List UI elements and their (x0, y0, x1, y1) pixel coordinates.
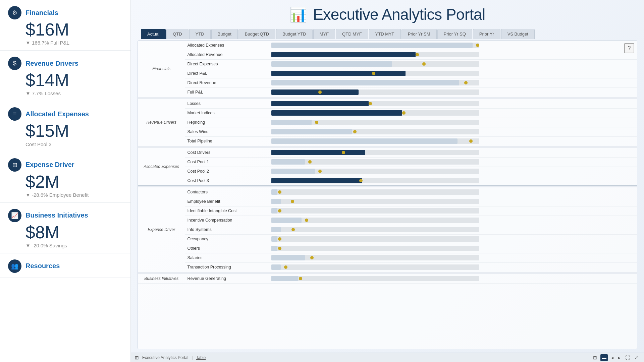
bottom-bar: ⊞ Executive Analytics Portal | Table ⊞ ▬… (131, 353, 644, 362)
bar-cell (269, 216, 637, 225)
row-label: Occupancy (185, 234, 269, 244)
bar-cell (269, 262, 637, 272)
bar-cell (269, 187, 637, 197)
financials-title: Financials (25, 9, 58, 17)
tab-prior-yr-sm[interactable]: Prior Yr SM (401, 29, 437, 39)
view-icon-1[interactable]: ⊞ (592, 354, 598, 361)
expense-driver-sub: ▼ -28.6% Employee Benefit (25, 192, 122, 198)
chart-table: FinancialsAllocated Expenses Allocated R… (138, 41, 637, 284)
table-row: Revenue DriversLosses (138, 99, 637, 108)
financials-value: $16M (25, 20, 122, 39)
sidebar-card-business-initiatives[interactable]: 📈 Business Initiatives $8M ▼ -20.0% Savi… (0, 203, 130, 253)
business-initiatives-value: $8M (25, 223, 122, 242)
tab-ytd[interactable]: YTD (189, 29, 211, 39)
view-icon-3[interactable]: ◂ (610, 354, 615, 361)
bottom-table-label[interactable]: Table (196, 355, 206, 360)
row-label: Direct P&L (185, 69, 269, 78)
sidebar: ⚙ Financials $16M ▼ 166.7% Full P&L $ Re… (0, 0, 131, 362)
table-row: Cost Pool 1 (138, 157, 637, 167)
bar-cell (269, 253, 637, 262)
bar-cell (269, 136, 637, 146)
table-row: Identifiable Intangible Cost (138, 206, 637, 216)
row-label: Incentive Compensation (185, 216, 269, 225)
allocated-expenses-title: Allocated Expenses (25, 110, 89, 118)
row-label: Transaction Processing (185, 262, 269, 272)
allocated-expenses-sub: Cost Pool 3 (25, 141, 122, 147)
row-label: Direct Expenses (185, 59, 269, 69)
tab-qtd-myf[interactable]: QTD MYF (336, 29, 368, 39)
bar-cell (269, 197, 637, 206)
help-button[interactable]: ? (624, 43, 634, 53)
tab-ytd-myf[interactable]: YTD MYF (369, 29, 401, 39)
bar-cell (269, 157, 637, 167)
chart-area[interactable]: ? FinancialsAllocated Expenses Allocated… (138, 40, 637, 349)
row-label: Identifiable Intangible Cost (185, 206, 269, 216)
table-row: Expense DriverContactors (138, 187, 637, 197)
expense-driver-icon: ⊞ (8, 158, 21, 172)
tab-prior-yr-sq[interactable]: Prior Yr SQ (437, 29, 472, 39)
view-icon-4[interactable]: ▸ (617, 354, 622, 361)
row-label: Cost Pool 2 (185, 167, 269, 176)
tab-budget-qtd[interactable]: Budget QTD (238, 29, 275, 39)
tab-myf[interactable]: MYF (313, 29, 335, 39)
tab-vs-budget[interactable]: VS Budget (501, 29, 535, 39)
table-row: Employee Benefit (138, 197, 637, 206)
bar-cell (269, 225, 637, 234)
tab-budget-ytd[interactable]: Budget YTD (276, 29, 313, 39)
row-label: Employee Benefit (185, 197, 269, 206)
group-label-3: Expense Driver (138, 187, 185, 272)
group-label-0: Financials (138, 41, 185, 97)
revenue-drivers-sub: ▼ 7.7% Losses (25, 90, 122, 96)
tab-budget[interactable]: Budget (211, 29, 238, 39)
view-icon-2[interactable]: ▬ (600, 354, 608, 361)
bottom-app-label: Executive Analytics Portal (142, 355, 188, 360)
row-label: Allocated Expenses (185, 41, 269, 50)
resources-title: Resources (25, 262, 60, 270)
table-row: Market Indices (138, 108, 637, 118)
table-row: Direct Expenses (138, 59, 637, 69)
bar-cell (269, 118, 637, 127)
view-icon-6[interactable]: ⤢ (633, 354, 640, 361)
app-title: Executive Analytics Portal (313, 5, 485, 23)
group-label-4: Business Initiatives (138, 274, 185, 283)
financials-sub: ▼ 166.7% Full P&L (25, 40, 122, 46)
bar-cell (269, 127, 637, 136)
table-row: Incentive Compensation (138, 216, 637, 225)
bar-cell (269, 148, 637, 157)
tab-actual[interactable]: Actual (141, 29, 166, 39)
sidebar-card-financials[interactable]: ⚙ Financials $16M ▼ 166.7% Full P&L (0, 0, 130, 51)
table-row: FinancialsAllocated Expenses (138, 41, 637, 50)
row-label: Salaries (185, 253, 269, 262)
bar-cell (269, 78, 637, 87)
table-row: Direct P&L (138, 69, 637, 78)
header: 📊 Executive Analytics Portal (131, 0, 644, 29)
revenue-drivers-icon: $ (8, 57, 21, 70)
row-label: Cost Pool 1 (185, 157, 269, 167)
allocated-expenses-value: $15M (25, 121, 122, 140)
table-row: Salaries (138, 253, 637, 262)
table-row: Others (138, 244, 637, 253)
tab-prior-yr[interactable]: Prior Yr (473, 29, 500, 39)
view-icon-5[interactable]: ⛶ (624, 354, 631, 361)
sidebar-card-expense-driver[interactable]: ⊞ Expense Driver $2M ▼ -28.6% Employee B… (0, 152, 130, 203)
bar-cell (269, 244, 637, 253)
bar-cell (269, 167, 637, 176)
app-icon: 📊 (289, 6, 307, 23)
sidebar-card-allocated-expenses[interactable]: ≡ Allocated Expenses $15M Cost Pool 3 (0, 101, 130, 152)
row-label: Contactors (185, 187, 269, 197)
row-label: Full P&L (185, 87, 269, 97)
sidebar-card-revenue-drivers[interactable]: $ Revenue Drivers $14M ▼ 7.7% Losses (0, 51, 130, 101)
revenue-drivers-title: Revenue Drivers (25, 60, 78, 67)
table-row: Direct Revenue (138, 78, 637, 87)
tab-qtd[interactable]: QTD (166, 29, 188, 39)
table-row: Occupancy (138, 234, 637, 244)
table-row: Allocated ExpensesCost Drivers (138, 148, 637, 157)
table-row: Total Pipeline (138, 136, 637, 146)
sidebar-card-resources[interactable]: 👥 Resources (0, 253, 130, 278)
row-label: Allocated Revenue (185, 50, 269, 59)
financials-icon: ⚙ (8, 6, 21, 19)
row-label: Repricing (185, 118, 269, 127)
expense-driver-value: $2M (25, 172, 122, 191)
business-initiatives-title: Business Initiatives (25, 212, 88, 219)
bar-cell (269, 234, 637, 244)
